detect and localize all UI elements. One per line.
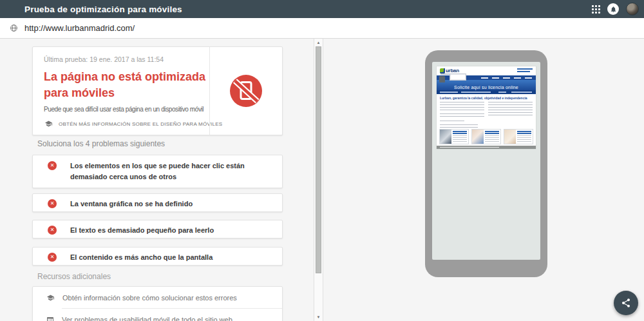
last-test-timestamp: Última prueba: 19 ene. 2017 a las 11:54 — [44, 55, 213, 63]
tested-url: http://www.lurbanmadrid.com/ — [24, 23, 135, 33]
preview-banner: Solicite aquí su licencia online — [437, 80, 536, 90]
scroll-up-arrow[interactable]: ▲ — [314, 39, 323, 46]
issue-item-small-text[interactable]: ✕ El texto es demasiado pequeño para lee… — [32, 220, 283, 238]
preview-card-row — [437, 128, 536, 146]
result-status-box — [209, 47, 282, 135]
photo-thumbnail — [504, 130, 516, 144]
resources-card: Obtén información sobre cómo solucionar … — [32, 286, 283, 321]
resource-label: Ver problemas de usabilidad móvil de tod… — [62, 316, 232, 321]
scrollbar-thumb[interactable] — [316, 46, 321, 273]
resources-heading: Recursos adicionales — [37, 272, 111, 281]
preview-phone-number-bars — [517, 68, 533, 73]
app-header: Prueba de optimización para móviles — [0, 0, 644, 18]
preview-stamp-badge — [439, 76, 445, 83]
globe-icon — [10, 24, 18, 32]
preview-linkbar — [437, 90, 536, 94]
result-card: Última prueba: 19 ene. 2017 a las 11:54 … — [32, 46, 283, 135]
phone-mockup: urban Solicite aquí su li — [425, 50, 547, 277]
preview-navbar — [437, 75, 536, 80]
error-icon: ✕ — [48, 226, 57, 235]
main-content: Última prueba: 19 ene. 2017 a las 11:54 … — [0, 39, 644, 321]
phone-screen: urban Solicite aquí su li — [432, 62, 540, 260]
logo-mark-icon — [440, 68, 445, 73]
learn-more-link[interactable]: OBTÉN MÁS INFORMACIÓN SOBRE EL DISEÑO PA… — [44, 120, 222, 128]
result-title: La página no está optimizada para móvile… — [44, 69, 213, 101]
share-icon — [621, 298, 631, 308]
graduation-cap-icon — [46, 294, 55, 302]
apps-grid-icon[interactable] — [592, 5, 600, 14]
issue-label: El texto es demasiado pequeño para leerl… — [70, 225, 214, 236]
photo-thumbnail — [440, 130, 451, 144]
issue-label: El contenido es más ancho que la pantall… — [70, 252, 213, 263]
result-text-block: Última prueba: 19 ene. 2017 a las 11:54 … — [44, 55, 213, 113]
preview-text-columns — [440, 102, 533, 130]
resource-link-site-usability[interactable]: Ver problemas de usabilidad móvil de tod… — [33, 309, 282, 321]
scroll-down-arrow[interactable]: ▼ — [314, 314, 323, 320]
result-subtitle: Puede que sea difícil usar esta página e… — [44, 106, 213, 113]
issue-label: La ventana gráfica no se ha definido — [70, 199, 193, 209]
resource-link-fix-errors[interactable]: Obtén información sobre cómo solucionar … — [33, 287, 282, 308]
graduation-cap-icon — [44, 120, 53, 128]
header-actions — [592, 0, 639, 18]
not-mobile-friendly-icon — [230, 75, 262, 107]
error-icon: ✕ — [48, 253, 57, 262]
issue-item-viewport[interactable]: ✕ La ventana gráfica no se ha definido — [32, 193, 283, 212]
issue-item-tap-targets[interactable]: ✕ Los elementos en los que se puede hace… — [32, 155, 283, 188]
issue-label: Los elementos en los que se puede hacer … — [70, 160, 270, 182]
preview-site-logo: urban — [440, 68, 459, 73]
preview-mini-card — [504, 129, 533, 144]
logo-text: urban — [446, 68, 459, 73]
preview-content-heading: Lurban, garantiza la calidad, objetivida… — [440, 96, 533, 100]
url-bar[interactable]: http://www.lurbanmadrid.com/ — [0, 18, 644, 39]
error-icon: ✕ — [48, 199, 57, 208]
user-avatar[interactable] — [626, 3, 639, 15]
preview-nav-links — [481, 77, 532, 79]
issues-heading: Soluciona los 4 problemas siguientes — [37, 139, 165, 148]
notifications-bell-icon[interactable] — [607, 3, 619, 15]
browser-window-icon — [46, 316, 55, 321]
preview-mini-card — [439, 129, 469, 144]
preview-footer — [437, 146, 536, 149]
preview-body: Lurban, garantiza la calidad, objetivida… — [437, 94, 536, 128]
vertical-scrollbar[interactable]: ▲ ▼ — [314, 39, 323, 321]
photo-thumbnail — [472, 130, 484, 144]
issue-item-content-width[interactable]: ✕ El contenido es más ancho que la panta… — [32, 247, 283, 266]
preview-banner-text: Solicite aquí su licencia online — [454, 85, 518, 90]
preview-mini-card — [471, 129, 501, 144]
learn-more-label: OBTÉN MÁS INFORMACIÓN SOBRE EL DISEÑO PA… — [59, 121, 222, 127]
page-title: Prueba de optimización para móviles — [24, 5, 182, 14]
site-screenshot: urban Solicite aquí su li — [437, 66, 536, 149]
error-icon: ✕ — [48, 161, 57, 170]
share-button[interactable] — [614, 291, 638, 315]
resource-label: Obtén información sobre cómo solucionar … — [62, 294, 237, 302]
preview-cert-badge — [450, 73, 466, 81]
